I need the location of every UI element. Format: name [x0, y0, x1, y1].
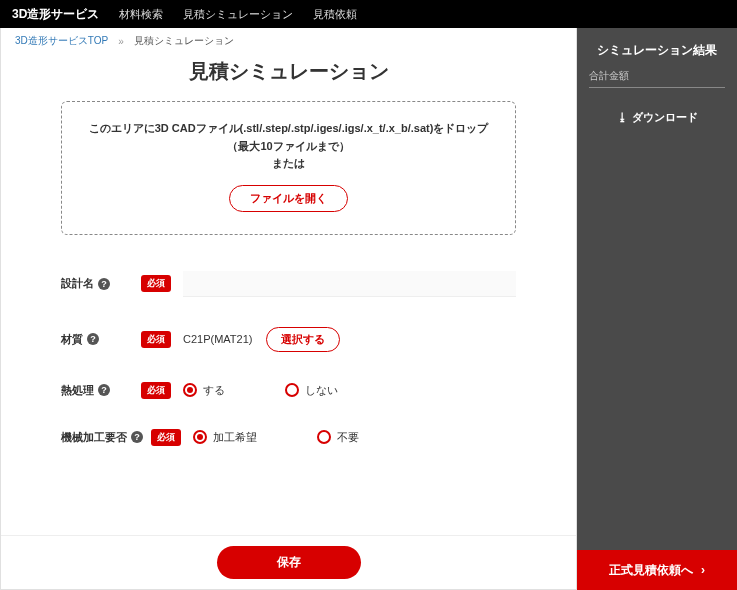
- radio-selected-icon: [183, 383, 197, 397]
- design-name-input[interactable]: [183, 271, 516, 297]
- breadcrumb-sep: »: [118, 36, 124, 47]
- drop-line3: または: [82, 155, 495, 173]
- heat-yes-radio[interactable]: する: [183, 383, 225, 398]
- drop-line2: （最大10ファイルまで）: [82, 138, 495, 156]
- breadcrumb: 3D造形サービスTOP » 見積シミュレーション: [1, 28, 576, 54]
- required-badge: 必須: [141, 382, 171, 399]
- formal-quote-button[interactable]: 正式見積依頼へ ›: [577, 550, 737, 590]
- nav-material-search[interactable]: 材料検索: [119, 7, 163, 22]
- radio-empty-icon: [317, 430, 331, 444]
- help-icon[interactable]: ?: [98, 278, 110, 290]
- material-select-button[interactable]: 選択する: [266, 327, 340, 352]
- required-badge: 必須: [141, 275, 171, 292]
- machining-yes-radio[interactable]: 加工希望: [193, 430, 257, 445]
- help-icon[interactable]: ?: [98, 384, 110, 396]
- total-amount-row: 合計金額: [589, 69, 725, 88]
- radio-selected-icon: [193, 430, 207, 444]
- breadcrumb-top-link[interactable]: 3D造形サービスTOP: [15, 34, 108, 48]
- file-open-button[interactable]: ファイルを開く: [229, 185, 348, 212]
- required-badge: 必須: [151, 429, 181, 446]
- file-drop-area[interactable]: このエリアに3D CADファイル(.stl/.step/.stp/.iges/.…: [61, 101, 516, 235]
- breadcrumb-current: 見積シミュレーション: [134, 34, 234, 48]
- brand: 3D造形サービス: [12, 6, 99, 23]
- material-label: 材質 ?: [61, 332, 141, 347]
- sidebar-title: シミュレーション結果: [577, 28, 737, 69]
- machining-label: 機械加工要否 ?: [61, 430, 151, 445]
- download-icon: ⭳: [617, 111, 628, 123]
- nav-simulation[interactable]: 見積シミュレーション: [183, 7, 293, 22]
- page-title: 見積シミュレーション: [1, 54, 576, 101]
- radio-empty-icon: [285, 383, 299, 397]
- design-name-label: 設計名 ?: [61, 276, 141, 291]
- chevron-right-icon: ›: [701, 563, 705, 577]
- help-icon[interactable]: ?: [87, 333, 99, 345]
- nav-quote-request[interactable]: 見積依頼: [313, 7, 357, 22]
- heat-no-radio[interactable]: しない: [285, 383, 338, 398]
- drop-line1: このエリアに3D CADファイル(.stl/.step/.stp/.iges/.…: [82, 120, 495, 138]
- machining-no-radio[interactable]: 不要: [317, 430, 359, 445]
- top-nav: 3D造形サービス 材料検索 見積シミュレーション 見積依頼: [0, 0, 737, 28]
- heat-label: 熱処理 ?: [61, 383, 141, 398]
- save-button[interactable]: 保存: [217, 546, 361, 579]
- help-icon[interactable]: ?: [131, 431, 143, 443]
- main-footer: 保存: [1, 535, 576, 589]
- total-label: 合計金額: [589, 70, 629, 81]
- result-sidebar: シミュレーション結果 合計金額 ⭳ダウンロード 正式見積依頼へ ›: [577, 28, 737, 590]
- download-button[interactable]: ⭳ダウンロード: [577, 110, 737, 125]
- main-panel: 3D造形サービスTOP » 見積シミュレーション 見積シミュレーション このエリ…: [0, 28, 577, 590]
- material-value: C21P(MAT21): [183, 333, 252, 345]
- required-badge: 必須: [141, 331, 171, 348]
